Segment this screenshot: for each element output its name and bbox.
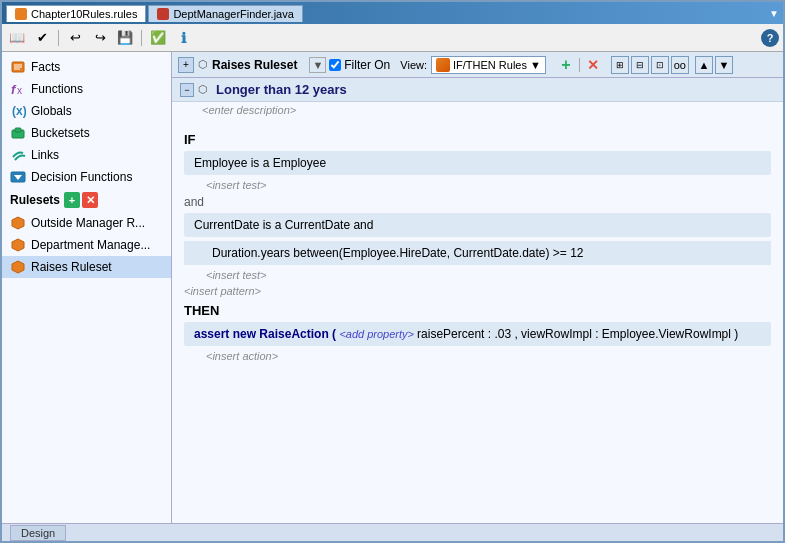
- condition-employee-text: Employee is a Employee: [194, 156, 326, 170]
- filter-label: Filter On: [344, 58, 390, 72]
- window-menu-icon[interactable]: ▼: [769, 8, 779, 19]
- tab-java-label: DeptManagerFinder.java: [173, 8, 293, 20]
- status-bar: Design: [2, 523, 783, 541]
- insert-action[interactable]: <insert action>: [206, 350, 771, 362]
- copy-btn4[interactable]: oo: [671, 56, 689, 74]
- toolbar-sep1: [58, 30, 59, 46]
- tab-rules[interactable]: Chapter10Rules.rules: [6, 5, 146, 22]
- design-tab[interactable]: Design: [10, 525, 66, 541]
- decision-functions-label: Decision Functions: [31, 170, 132, 184]
- bucketsets-label: Bucketsets: [31, 126, 90, 140]
- design-tab-label: Design: [21, 527, 55, 539]
- sidebar-item-globals[interactable]: (x) Globals: [2, 100, 171, 122]
- facts-icon: [10, 59, 26, 75]
- tab-java[interactable]: DeptManagerFinder.java: [148, 5, 302, 22]
- sidebar-item-bucketsets[interactable]: Bucketsets: [2, 122, 171, 144]
- del-rule-btn[interactable]: ✕: [583, 55, 603, 75]
- filter-checkbox[interactable]: [329, 59, 341, 71]
- collapse-rule-btn[interactable]: −: [180, 83, 194, 97]
- svg-rect-8: [15, 128, 21, 132]
- action-keyword-assert: assert new RaiseAction (: [194, 327, 339, 341]
- condition-employee[interactable]: Employee is a Employee: [184, 151, 771, 175]
- toolbar-info-btn[interactable]: ℹ: [172, 28, 194, 48]
- main-window: Chapter10Rules.rules DeptManagerFinder.j…: [0, 0, 785, 543]
- editor-toolbar-actions: + ✕: [556, 55, 603, 75]
- rule-arrow-icon: ⬡: [198, 83, 208, 96]
- sidebar-item-facts[interactable]: Facts: [2, 56, 171, 78]
- sidebar-item-links[interactable]: Links: [2, 144, 171, 166]
- toolbar-check-btn[interactable]: ✔: [31, 28, 53, 48]
- view-dropdown[interactable]: IF/THEN Rules ▼: [431, 56, 546, 74]
- then-keyword: THEN: [184, 303, 771, 318]
- action-add-property[interactable]: <add property>: [339, 328, 417, 340]
- and-label-1: and: [184, 195, 771, 209]
- toolbar-book-btn[interactable]: 📖: [6, 28, 28, 48]
- globals-label: Globals: [31, 104, 72, 118]
- toolbar-save-btn[interactable]: 💾: [114, 28, 136, 48]
- sidebar-item-decision-functions[interactable]: Decision Functions: [2, 166, 171, 188]
- del-ruleset-btn[interactable]: ✕: [82, 192, 98, 208]
- rules-tab-icon: [15, 8, 27, 20]
- raises-ruleset-label: Raises Ruleset: [31, 260, 112, 274]
- help-button[interactable]: ?: [761, 29, 779, 47]
- links-icon: [10, 147, 26, 163]
- facts-label: Facts: [31, 60, 60, 74]
- sidebar-item-raises-ruleset[interactable]: Raises Ruleset: [2, 256, 171, 278]
- title-bar: Chapter10Rules.rules DeptManagerFinder.j…: [2, 2, 783, 24]
- toolbar-fwd-btn[interactable]: ↪: [89, 28, 111, 48]
- rulesets-label: Rulesets: [10, 193, 60, 207]
- editor-toolbar: + ⬡ Raises Ruleset ▼ Filter On View: IF/…: [172, 52, 783, 78]
- sidebar-item-functions[interactable]: fx Functions: [2, 78, 171, 100]
- rule-header: − ⬡ Longer than 12 years: [172, 78, 783, 102]
- svg-text:(x): (x): [12, 104, 26, 118]
- toolbar-sep2: [141, 30, 142, 46]
- filter-group: ▼ Filter On: [309, 57, 390, 73]
- et-sep: [579, 58, 580, 72]
- insert-test-2[interactable]: <insert test>: [206, 269, 771, 281]
- action-text-main: raisePercent : .03 , viewRowImpl : Emplo…: [417, 327, 738, 341]
- condition-duration[interactable]: Duration.years between(Employee.HireDate…: [184, 241, 771, 265]
- links-label: Links: [31, 148, 59, 162]
- insert-test-1[interactable]: <insert test>: [206, 179, 771, 191]
- nav-up-btn[interactable]: ▲: [695, 56, 713, 74]
- rule-description[interactable]: <enter description>: [202, 104, 783, 116]
- add-rule-btn[interactable]: +: [556, 55, 576, 75]
- svg-text:x: x: [17, 85, 22, 96]
- condition-currentdate-text: CurrentDate is a CurrentDate and: [194, 218, 373, 232]
- copy-btn3[interactable]: ⊡: [651, 56, 669, 74]
- nav-btn-group: ▲ ▼: [695, 56, 733, 74]
- sidebar-item-department-manager[interactable]: Department Manage...: [2, 234, 171, 256]
- bucketsets-icon: [10, 125, 26, 141]
- then-action[interactable]: assert new RaiseAction ( <add property> …: [184, 322, 771, 346]
- title-bar-right: ▼: [769, 6, 779, 20]
- main-content: Facts fx Functions (x) Globals Bucketset…: [2, 52, 783, 523]
- title-tabs: Chapter10Rules.rules DeptManagerFinder.j…: [6, 5, 769, 22]
- add-ruleset-btn[interactable]: +: [64, 192, 80, 208]
- tab-rules-label: Chapter10Rules.rules: [31, 8, 137, 20]
- insert-pattern[interactable]: <insert pattern>: [184, 285, 771, 297]
- raises-ruleset-icon: [10, 259, 26, 275]
- view-option-label: IF/THEN Rules: [453, 59, 527, 71]
- department-manager-label: Department Manage...: [31, 238, 150, 252]
- toolbar-back-btn[interactable]: ↩: [64, 28, 86, 48]
- nav-down-btn[interactable]: ▼: [715, 56, 733, 74]
- department-manager-icon: [10, 237, 26, 253]
- rule-content: − ⬡ Longer than 12 years <enter descript…: [172, 78, 783, 523]
- view-dd-icon: [436, 58, 450, 72]
- decision-functions-icon: [10, 169, 26, 185]
- main-toolbar: 📖 ✔ ↩ ↪ 💾 ✅ ℹ ?: [2, 24, 783, 52]
- toolbar-validate-btn[interactable]: ✅: [147, 28, 169, 48]
- svg-marker-12: [12, 239, 24, 251]
- svg-marker-13: [12, 261, 24, 273]
- copy-btn1[interactable]: ⊞: [611, 56, 629, 74]
- sidebar-item-outside-manager[interactable]: Outside Manager R...: [2, 212, 171, 234]
- outside-manager-icon: [10, 215, 26, 231]
- copy-btn2[interactable]: ⊟: [631, 56, 649, 74]
- filter-dropdown-icon[interactable]: ▼: [309, 57, 326, 73]
- svg-marker-11: [12, 217, 24, 229]
- expand-icon: ⬡: [198, 58, 208, 71]
- if-keyword: IF: [184, 132, 771, 147]
- condition-currentdate[interactable]: CurrentDate is a CurrentDate and: [184, 213, 771, 237]
- expand-ruleset-btn[interactable]: +: [178, 57, 194, 73]
- view-label: View:: [400, 59, 427, 71]
